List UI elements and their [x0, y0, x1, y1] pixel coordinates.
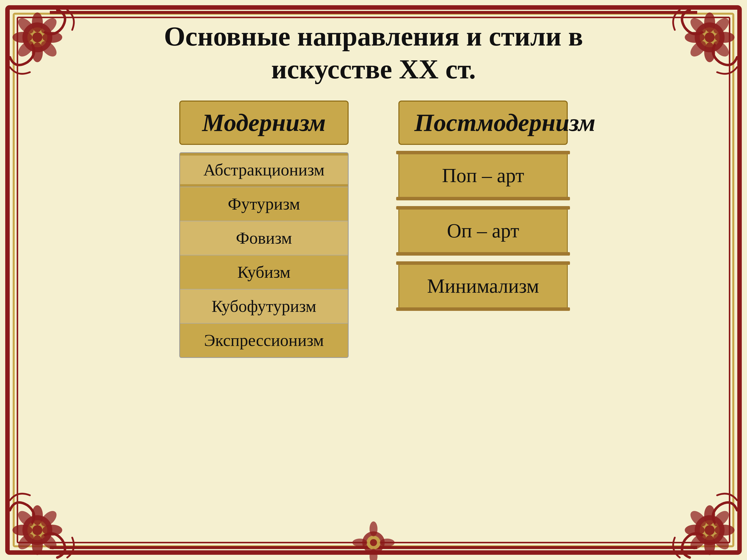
- postmodernism-column: Постмодернизм Поп – арт Оп – арт Минимал…: [398, 101, 568, 318]
- svg-point-41: [704, 535, 715, 555]
- page-title: Основные направления и стили в искусстве…: [144, 20, 603, 86]
- modernism-list: Абстракционизм Футуризм Фовизм Кубизм: [179, 152, 349, 358]
- list-item: Поп – арт: [398, 152, 568, 199]
- list-item: Футуризм: [180, 187, 348, 221]
- svg-point-50: [366, 536, 381, 550]
- svg-point-54: [352, 539, 367, 546]
- svg-point-53: [369, 549, 378, 560]
- list-item: Оп – арт: [398, 208, 568, 254]
- list-item: Абстракционизм: [180, 153, 348, 187]
- list-item: Фовизм: [180, 221, 348, 256]
- columns-layout: Модернизм Абстракционизм Футуризм Фовизм: [25, 101, 722, 358]
- modernism-column: Модернизм Абстракционизм Футуризм Фовизм: [179, 101, 349, 358]
- list-item: Минимализм: [398, 263, 568, 310]
- list-item: Экспрессионизм: [180, 324, 348, 357]
- modernism-header: Модернизм: [179, 101, 349, 145]
- postmodernism-header: Постмодернизм: [398, 101, 568, 145]
- svg-point-30: [32, 535, 43, 555]
- list-item: Кубофутуризм: [180, 290, 348, 324]
- main-content: Основные направления и стили в искусстве…: [25, 20, 722, 535]
- list-item: Кубизм: [180, 256, 348, 290]
- svg-point-55: [380, 539, 395, 546]
- svg-point-51: [370, 539, 377, 546]
